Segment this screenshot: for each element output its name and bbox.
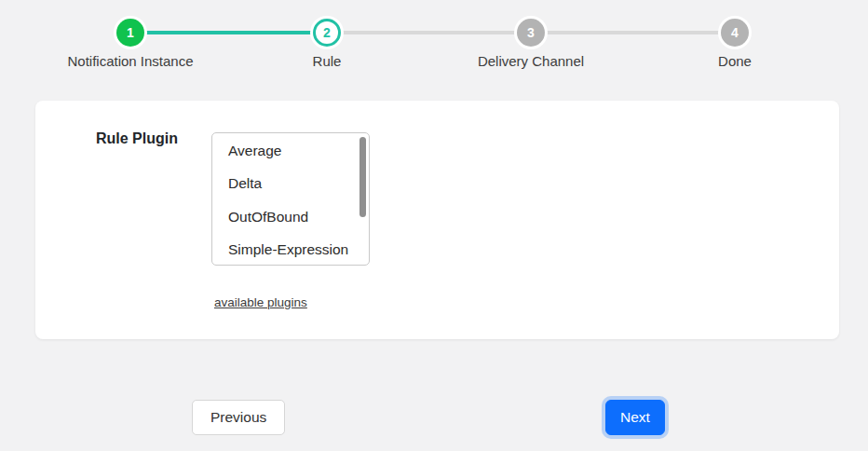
step-label-notification-instance: Notification Instance	[67, 53, 193, 69]
rule-plugin-listbox[interactable]: Average Delta OutOfBound Simple-Expressi…	[211, 132, 370, 266]
rule-step-card: Rule Plugin Average Delta OutOfBound Sim…	[35, 101, 839, 339]
step-circle-done[interactable]: 4	[721, 19, 749, 47]
plugin-option-average[interactable]: Average	[212, 134, 369, 168]
wizard-page: 1 2 3 4 Notification Instance Rule Deliv…	[0, 0, 868, 451]
previous-button[interactable]: Previous	[192, 400, 285, 435]
step-label-rule: Rule	[313, 53, 342, 69]
step-label-done: Done	[718, 53, 752, 69]
stepper-connector-2-3	[327, 31, 531, 34]
stepper-connector-1-2	[130, 31, 327, 34]
step-circle-rule[interactable]: 2	[313, 19, 341, 47]
step-label-delivery-channel: Delivery Channel	[478, 53, 584, 69]
rule-plugin-label: Rule Plugin	[35, 130, 178, 147]
plugin-option-simple-expression[interactable]: Simple-Expression	[212, 234, 369, 266]
listbox-scrollbar[interactable]	[359, 137, 366, 217]
plugin-option-outofbound[interactable]: OutOfBound	[212, 200, 369, 234]
stepper-connector-3-4	[531, 31, 735, 34]
available-plugins-link[interactable]: available plugins	[214, 295, 307, 309]
next-button[interactable]: Next	[605, 400, 665, 435]
plugin-option-delta[interactable]: Delta	[212, 168, 369, 201]
step-circle-delivery-channel[interactable]: 3	[517, 19, 545, 47]
step-circle-notification-instance[interactable]: 1	[116, 19, 144, 47]
